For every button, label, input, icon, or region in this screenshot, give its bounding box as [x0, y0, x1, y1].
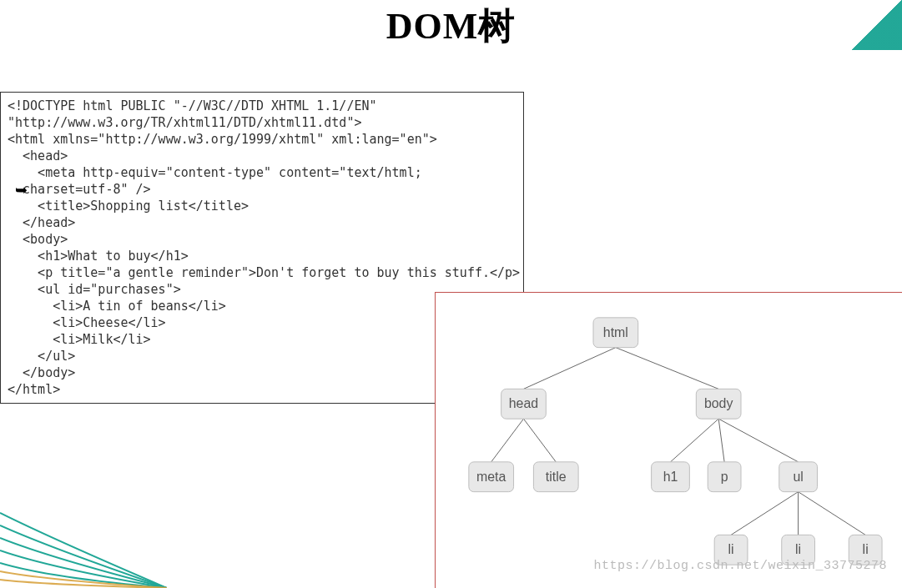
tree-node-html: html — [593, 318, 638, 348]
watermark-text: https://blog.csdn.net/weixin_33775278 — [593, 559, 887, 573]
svg-line-5 — [718, 419, 724, 462]
decoration-bottom-left — [0, 488, 167, 588]
tree-node-title: title — [533, 462, 578, 492]
svg-text:li: li — [863, 542, 869, 556]
dom-tree-svg: htmlheadbodymetatitleh1pullilili — [436, 293, 902, 588]
slide-title-area: DOM树 — [0, 0, 902, 51]
svg-text:body: body — [704, 396, 733, 410]
pointer-arrow-icon: ➥ — [15, 181, 28, 199]
svg-text:p: p — [721, 470, 728, 484]
decoration-top-right — [852, 0, 902, 50]
svg-text:title: title — [546, 470, 567, 484]
svg-text:h1: h1 — [663, 470, 678, 484]
tree-node-meta: meta — [469, 462, 514, 492]
svg-line-7 — [731, 492, 799, 535]
svg-text:meta: meta — [476, 470, 506, 484]
svg-line-6 — [718, 419, 798, 462]
svg-text:li: li — [795, 542, 801, 556]
tree-node-ul: ul — [779, 462, 818, 492]
svg-text:head: head — [509, 396, 538, 410]
tree-node-h1: h1 — [652, 462, 690, 492]
tree-node-p: p — [708, 462, 741, 492]
svg-line-1 — [616, 348, 718, 389]
svg-text:li: li — [728, 542, 734, 556]
svg-line-3 — [523, 419, 556, 462]
svg-line-9 — [799, 492, 866, 535]
dom-tree-diagram: htmlheadbodymetatitleh1pullilili — [435, 292, 902, 588]
tree-node-head: head — [501, 389, 547, 419]
svg-text:ul: ul — [793, 470, 803, 484]
svg-text:html: html — [603, 325, 628, 339]
svg-line-4 — [670, 419, 718, 462]
slide-title: DOM树 — [0, 2, 902, 51]
tree-node-body: body — [696, 389, 741, 419]
svg-line-0 — [523, 348, 615, 389]
svg-line-2 — [491, 419, 524, 462]
